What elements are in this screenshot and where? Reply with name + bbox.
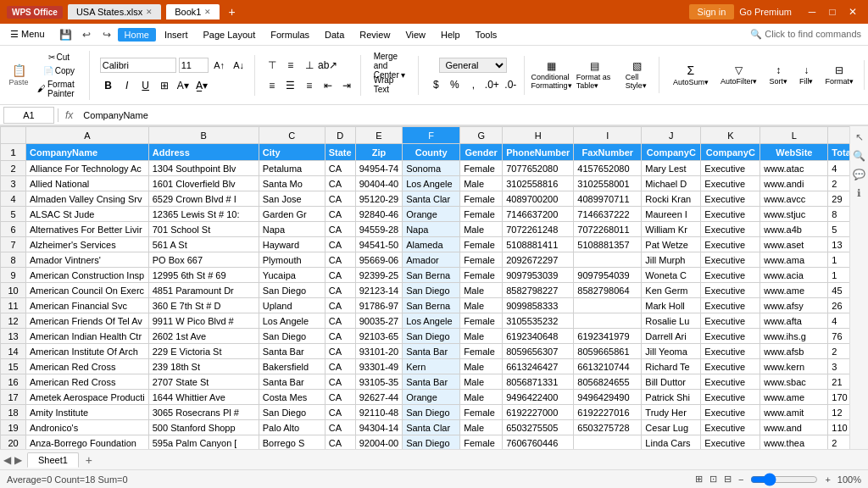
cell-2-10[interactable]: Executive: [701, 161, 760, 176]
cell-5-4[interactable]: 92840-46: [355, 207, 403, 222]
cell-6-5[interactable]: Napa: [403, 222, 460, 237]
cell-13-2[interactable]: San Diego: [259, 329, 325, 344]
cell-12-2[interactable]: Los Angele: [259, 313, 325, 329]
cell-5-12[interactable]: 8: [828, 207, 849, 222]
cell-17-5[interactable]: Orange: [403, 390, 460, 405]
col-header-C[interactable]: C: [259, 127, 325, 144]
cell-19-7[interactable]: 6503275505: [503, 420, 574, 435]
copy-button[interactable]: 📄Copy: [32, 64, 86, 77]
cell-13-10[interactable]: Executive: [701, 329, 760, 344]
cell-7-12[interactable]: 13: [828, 237, 849, 252]
cell-17-8[interactable]: 9496429490: [574, 390, 642, 405]
cell-15-1[interactable]: 239 18th St: [148, 359, 259, 374]
autosum-button[interactable]: ΣAutoSum▾: [668, 62, 714, 88]
wrap-text-button[interactable]: Wrap Text: [370, 76, 414, 93]
cell-4-1[interactable]: 6529 Crown Blvd # I: [148, 191, 259, 207]
cell-4-10[interactable]: Executive: [701, 191, 760, 207]
cell-10-12[interactable]: 45: [828, 283, 849, 298]
cell-19-1[interactable]: 500 Stanford Shopp: [148, 420, 259, 435]
cell-6-2[interactable]: Napa: [259, 222, 325, 237]
cell-11-5[interactable]: San Berna: [403, 298, 460, 313]
cell-12-6[interactable]: Female: [460, 313, 503, 329]
cell-13-12[interactable]: 76: [828, 329, 849, 344]
cell-14-2[interactable]: Santa Bar: [259, 344, 325, 359]
tab-book1[interactable]: Book1 ✕: [166, 4, 220, 19]
cell-11-7[interactable]: 9099858333: [503, 298, 574, 313]
cell-12-10[interactable]: Executive: [701, 313, 760, 329]
cell-20-3[interactable]: CA: [325, 435, 355, 450]
cell-16-2[interactable]: Santa Bar: [259, 374, 325, 390]
cell-13-3[interactable]: CA: [325, 329, 355, 344]
cell-reference-input[interactable]: [3, 107, 54, 124]
cell-19-10[interactable]: Executive: [701, 420, 760, 435]
cell-13-4[interactable]: 92103-65: [355, 329, 403, 344]
bold-button[interactable]: B: [100, 77, 117, 94]
increase-decimal-button[interactable]: .0+: [483, 76, 500, 93]
menu-insert[interactable]: Insert: [158, 28, 195, 42]
decrease-decimal-button[interactable]: .0-: [502, 76, 519, 93]
cell-5-3[interactable]: CA: [325, 207, 355, 222]
cell-3-10[interactable]: Executive: [701, 176, 760, 191]
cell-12-8[interactable]: [574, 313, 642, 329]
cell-9-0[interactable]: American Construction Insp: [26, 268, 149, 283]
scroll-sheets-left[interactable]: ◀: [3, 454, 11, 466]
cell-9-7[interactable]: 9097953039: [503, 268, 574, 283]
cell-6-1[interactable]: 701 School St: [148, 222, 259, 237]
col-header-J[interactable]: J: [642, 127, 701, 144]
align-left-button[interactable]: ≡: [264, 77, 281, 94]
cell-7-7[interactable]: 5108881411: [503, 237, 574, 252]
cell-7-8[interactable]: 5108881357: [574, 237, 642, 252]
cell-3-11[interactable]: www.andi: [760, 176, 828, 191]
currency-button[interactable]: $: [427, 76, 444, 93]
cell-11-3[interactable]: CA: [325, 298, 355, 313]
col-header-B[interactable]: B: [148, 127, 259, 144]
cell-10-10[interactable]: Executive: [701, 283, 760, 298]
cell-3-3[interactable]: CA: [325, 176, 355, 191]
zoom-out-icon[interactable]: −: [738, 474, 743, 485]
cell-8-0[interactable]: Amador Vintners': [26, 252, 149, 268]
cell-9-1[interactable]: 12995 6th St # 69: [148, 268, 259, 283]
cell-8-6[interactable]: Female: [460, 252, 503, 268]
cell-3-1[interactable]: 1601 Cloverfield Blv: [148, 176, 259, 191]
cell-5-0[interactable]: ALSAC St Jude: [26, 207, 149, 222]
cell-17-6[interactable]: Male: [460, 390, 503, 405]
cell-5-11[interactable]: www.stjuc: [760, 207, 828, 222]
cell-6-12[interactable]: 5: [828, 222, 849, 237]
menu-data[interactable]: Data: [318, 28, 351, 42]
percent-button[interactable]: %: [446, 76, 463, 93]
menu-formulas[interactable]: Formulas: [264, 28, 316, 42]
cell-16-8[interactable]: 8056824655: [574, 374, 642, 390]
font-size-input[interactable]: [179, 58, 209, 73]
cell-12-1[interactable]: 9911 W Pico Blvd #: [148, 313, 259, 329]
cell-2-12[interactable]: 4: [828, 161, 849, 176]
cell-20-12[interactable]: 2: [828, 435, 849, 450]
menu-tools[interactable]: Tools: [469, 28, 504, 42]
cell-4-5[interactable]: Santa Clar: [403, 191, 460, 207]
cell-16-12[interactable]: 21: [828, 374, 849, 390]
cell-20-8[interactable]: [574, 435, 642, 450]
zoom-in-icon[interactable]: +: [825, 474, 830, 485]
cell-19-4[interactable]: 94304-14: [355, 420, 403, 435]
cell-2-4[interactable]: 94954-74: [355, 161, 403, 176]
cell-18-4[interactable]: 92110-48: [355, 405, 403, 420]
cell-3-2[interactable]: Santa Mo: [259, 176, 325, 191]
cell-8-5[interactable]: Amador: [403, 252, 460, 268]
cell-9-10[interactable]: Executive: [701, 268, 760, 283]
format-button[interactable]: ⊟Format▾: [820, 63, 859, 87]
close-button[interactable]: ✕: [844, 3, 861, 20]
cell-8-4[interactable]: 95669-06: [355, 252, 403, 268]
align-center-button[interactable]: ☰: [282, 77, 299, 94]
cell-13-6[interactable]: Male: [460, 329, 503, 344]
cell-17-7[interactable]: 9496422400: [503, 390, 574, 405]
cell-5-10[interactable]: Executive: [701, 207, 760, 222]
sidebar-cursor-icon[interactable]: ↖: [852, 130, 867, 145]
align-right-button[interactable]: ≡: [301, 77, 318, 94]
tab-book1-close[interactable]: ✕: [204, 8, 211, 16]
menu-help[interactable]: Help: [434, 28, 467, 42]
cell-20-7[interactable]: 7606760446: [503, 435, 574, 450]
sidebar-info-icon[interactable]: ℹ: [852, 186, 867, 201]
cell-13-5[interactable]: San Diego: [403, 329, 460, 344]
cell-12-5[interactable]: Los Angele: [403, 313, 460, 329]
cell-11-6[interactable]: Male: [460, 298, 503, 313]
cell-20-9[interactable]: Linda Cars: [642, 435, 701, 450]
